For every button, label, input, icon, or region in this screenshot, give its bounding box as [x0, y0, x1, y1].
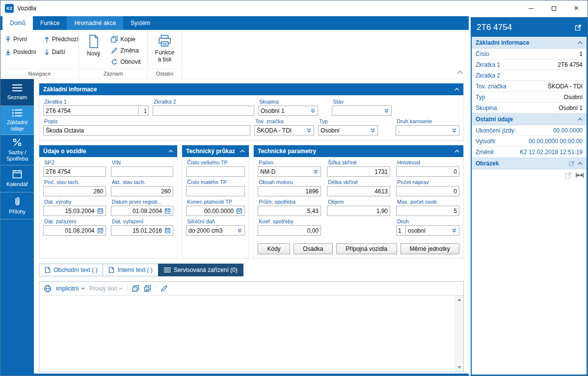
poc-stav-tach-input[interactable]: 260 — [43, 186, 106, 196]
tab-interni-text[interactable]: Interní text ( ) — [103, 264, 158, 276]
delka-skrine-input[interactable]: 4613 — [327, 186, 390, 196]
chevron-up-icon[interactable] — [454, 88, 459, 91]
copy-add-icon[interactable] — [144, 285, 151, 292]
close-button[interactable]: × — [565, 0, 588, 16]
zkratka1-input[interactable]: 2T6 4754 — [43, 106, 139, 116]
calendar-icon[interactable] — [97, 227, 104, 234]
first-record-button[interactable]: První — [5, 36, 36, 43]
dropdown-icon[interactable] — [305, 128, 312, 133]
silnicni-dan-select[interactable]: do 2000 cm3 — [186, 225, 245, 236]
detail-section-zakladni-informace[interactable]: Základní informace — [472, 37, 587, 49]
objem-input[interactable]: 1,90 — [327, 206, 390, 216]
sidebar-item-zakladni-udaje[interactable]: Základní údaje — [0, 106, 34, 135]
popis-input[interactable]: Škoda Octavia — [43, 125, 250, 135]
spz-input[interactable]: 2T6 4754 — [43, 166, 106, 177]
ribbon-tab-domu[interactable]: Domů — [2, 16, 33, 30]
section-header-zakladni-informace[interactable]: Základní informace — [39, 83, 463, 95]
language-select[interactable]: implicitní — [56, 285, 85, 292]
cislo-velkeho-tp-input[interactable] — [186, 166, 245, 177]
refresh-button[interactable]: Obnovit — [111, 58, 140, 65]
detail-section-obrazek[interactable]: Obrázek — [472, 158, 587, 169]
chevron-up-icon[interactable] — [240, 150, 245, 153]
sidebar-item-prilohy[interactable]: Přílohy — [0, 192, 34, 219]
sidebar-item-seznam[interactable]: Seznam — [0, 79, 34, 106]
tab-servisovana-zarizeni[interactable]: Servisovaná zařízení (0) — [158, 264, 243, 276]
sirka-skrine-input[interactable]: 1731 — [327, 166, 390, 177]
open-external-icon[interactable] — [569, 161, 575, 166]
ribbon-tab-hromadne-akce[interactable]: Hromadné akce — [67, 16, 123, 30]
sidebar-item-sazby-spotreba[interactable]: Sazby / Spotřeba — [0, 135, 34, 165]
scroll-down-button[interactable] — [455, 363, 464, 372]
prum-spotreba-input[interactable]: 5,43 — [258, 206, 321, 216]
next-record-button[interactable]: Další — [44, 49, 79, 55]
functions-print-button[interactable]: Funkce a tisk — [152, 34, 177, 64]
kody-button[interactable]: Kódy — [258, 243, 290, 254]
ribbon-tab-system[interactable]: Systém — [123, 16, 158, 30]
merne-jednotky-button[interactable]: Měrné jednotky — [401, 243, 460, 254]
sidebar-item-kalendar[interactable]: Kalendář — [0, 165, 34, 192]
vertical-scrollbar[interactable] — [455, 295, 463, 372]
datum-prvni-registrace-input[interactable]: 01.08.2004 — [111, 206, 174, 216]
pripojna-vozidla-button[interactable]: Přípojná vozidla — [336, 243, 397, 254]
dat-vyroby-input[interactable]: 15.03.2004 — [43, 206, 106, 216]
akt-stav-tach-input[interactable]: 260 — [111, 186, 174, 196]
dropdown-icon[interactable] — [369, 128, 376, 133]
skupina-select[interactable]: Osobní 1 — [258, 106, 318, 116]
obsah-motoru-input[interactable]: 1896 — [258, 186, 321, 196]
konec-platnosti-tp-input[interactable]: 00.00.0000 — [186, 206, 245, 216]
open-image-external-icon[interactable] — [565, 172, 572, 179]
chevron-up-icon[interactable] — [578, 162, 583, 165]
vin-input[interactable] — [111, 166, 174, 177]
palivo-select[interactable]: NM-D — [258, 166, 321, 177]
text-content-area[interactable] — [39, 295, 455, 372]
edit-text-pencil-icon[interactable] — [160, 285, 168, 292]
osadka-button[interactable]: Osádka — [294, 243, 333, 254]
scroll-up-button[interactable] — [455, 295, 464, 304]
dropdown-icon[interactable] — [451, 128, 457, 133]
dat-zarazeni-input[interactable]: 01.08.2004 — [43, 225, 106, 236]
chevron-up-icon[interactable] — [578, 41, 583, 44]
text-mode-select[interactable]: Prostý text — [89, 285, 123, 292]
dropdown-icon[interactable] — [451, 228, 457, 233]
minimize-button[interactable] — [520, 0, 542, 16]
koef-spotreby-input[interactable]: 0,00 — [258, 225, 321, 236]
calendar-icon[interactable] — [236, 208, 243, 214]
chevron-up-icon[interactable] — [578, 118, 583, 121]
edit-button[interactable]: Změna — [111, 47, 140, 54]
open-external-icon[interactable] — [575, 24, 582, 31]
pocet-naprav-input[interactable]: 0 — [396, 186, 459, 196]
copy-button[interactable]: Kopie — [111, 36, 140, 43]
collapse-ribbon-button[interactable] — [457, 69, 463, 76]
dropdown-icon[interactable] — [383, 108, 390, 113]
max-pocet-osob-input[interactable]: 5 — [396, 206, 459, 216]
tov-znacka-select[interactable]: ŠKODA - TDI — [254, 125, 314, 135]
ribbon-tab-funkce[interactable]: Funkce — [33, 16, 67, 30]
panel-header-technicky-prukaz[interactable]: Technický průkaz — [182, 145, 249, 157]
detail-section-ostatni-udaje[interactable]: Ostatní údaje — [472, 113, 587, 125]
calendar-icon[interactable] — [97, 208, 104, 214]
copy-text-icon[interactable] — [132, 285, 139, 292]
tab-obchodni-text[interactable]: Obchodní text ( ) — [39, 264, 103, 276]
stav-select[interactable] — [332, 106, 392, 116]
new-record-button[interactable]: Nový — [84, 34, 103, 57]
hmotnost-input[interactable]: 0 — [396, 166, 459, 177]
previous-record-button[interactable]: Předchozí — [44, 36, 79, 43]
calendar-icon[interactable] — [164, 227, 171, 234]
druh-select[interactable]: osobní — [406, 225, 459, 236]
fit-width-icon[interactable] — [576, 172, 584, 178]
druh-karoserie-select[interactable]: . — [396, 125, 459, 135]
dropdown-icon[interactable] — [309, 108, 316, 113]
last-record-button[interactable]: Poslední — [5, 49, 36, 55]
maximize-button[interactable] — [542, 0, 565, 16]
dropdown-icon[interactable] — [236, 228, 243, 233]
panel-header-udaje-o-vozidle[interactable]: Údaje o vozidle — [39, 145, 177, 157]
dropdown-icon[interactable] — [312, 169, 319, 174]
chevron-up-icon[interactable] — [454, 150, 459, 153]
typ-select[interactable]: Osobní — [318, 125, 378, 135]
globe-icon[interactable] — [44, 285, 52, 293]
cislo-maleho-tp-input[interactable] — [186, 186, 245, 196]
panel-header-technicke-parametry[interactable]: Technické parametry — [254, 145, 463, 157]
calendar-icon[interactable] — [164, 208, 171, 214]
zkratka2-input[interactable] — [153, 106, 254, 116]
dat-vyrazeni-input[interactable]: 15.01.2016 — [111, 225, 174, 236]
